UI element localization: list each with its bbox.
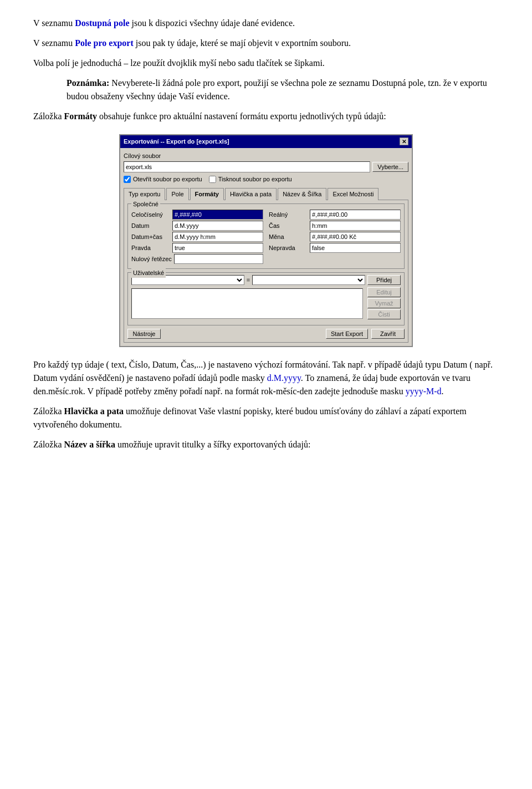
- bottom-buttons: Nástroje Start Export Zavřít: [127, 329, 405, 339]
- checkbox-open: Otevřít soubor po exportu: [124, 175, 202, 184]
- format-col-right: Reálný Čas Měna: [269, 210, 401, 265]
- dialog-title-text: Exportování -- Export do [export.xls]: [124, 137, 229, 146]
- tab-typ-exportu[interactable]: Typ exportu: [124, 188, 165, 201]
- btn-start-export[interactable]: Start Export: [326, 329, 368, 339]
- print-checkbox[interactable]: [209, 176, 216, 183]
- format-row-pravda: Pravda: [131, 243, 263, 253]
- input-cas[interactable]: [310, 221, 401, 231]
- user-row-inputs: = Přidej: [131, 275, 401, 285]
- open-label: Otevřít soubor po exportu: [133, 175, 202, 184]
- tab-formats-intro: Záložka Formáty obsahuje funkce pro aktu…: [33, 110, 499, 123]
- footer-para3: Záložka Název a šířka umožňuje upravit t…: [33, 438, 499, 451]
- group-spolecne-title: Společné: [131, 200, 160, 209]
- input-datumcas[interactable]: [172, 232, 263, 242]
- checkbox-row: Otevřít soubor po exportu Tisknout soubo…: [124, 175, 408, 184]
- input-mena[interactable]: [310, 232, 401, 242]
- file-label: Cílový soubor: [124, 151, 408, 161]
- export-dialog: Exportování -- Export do [export.xls] ✕ …: [119, 134, 413, 347]
- tab-formats-post: obsahuje funkce pro aktuální nastavení f…: [97, 111, 386, 121]
- label-datumcas: Datum+čas: [131, 232, 170, 242]
- input-datum[interactable]: [172, 221, 263, 231]
- btn-edituj: Edituj: [367, 287, 401, 297]
- format-row-datumcas: Datum+čas: [131, 232, 263, 242]
- footer-para2: Záložka Hlavička a pata umožňuje definov…: [33, 405, 499, 431]
- tab-hlavicka[interactable]: Hlavička a pata: [225, 188, 277, 201]
- tab-formaty[interactable]: Formáty: [190, 188, 224, 201]
- group-uzivatelske: Uživatelské = Přidej Edituj Vymaž Čisti: [127, 272, 405, 325]
- format-row-celociselny: Celočíselný: [131, 210, 263, 220]
- tab-nazev[interactable]: Název & Šířka: [278, 188, 326, 201]
- intro-text-1: V seznamu: [33, 18, 75, 28]
- note-text: Poznámka: Nevyberete-li žádná pole pro e…: [66, 77, 499, 103]
- group-uzivatelske-title: Uživatelské: [131, 268, 166, 278]
- footer-section2-pre: Záložka: [33, 406, 64, 416]
- input-nepravda[interactable]: [310, 243, 401, 253]
- label-cas: Čas: [269, 221, 308, 231]
- user-dropdown-right[interactable]: [252, 275, 365, 285]
- dialog-titlebar: Exportování -- Export do [export.xls] ✕: [120, 135, 412, 148]
- footer-section3-pre: Záložka: [33, 440, 64, 449]
- user-list[interactable]: [131, 288, 363, 319]
- tab-formats-pre: Záložka: [33, 111, 64, 121]
- file-row: Vyberte...: [124, 161, 408, 172]
- format-col-left: Celočíselný Datum Datum+čas: [131, 210, 263, 265]
- tab-pole[interactable]: Pole: [166, 188, 188, 201]
- intro-line2: V seznamu Pole pro export jsou pak ty úd…: [33, 37, 499, 50]
- footer-link-2: yyyy-M-d: [406, 386, 442, 396]
- browse-button[interactable]: Vyberte...: [372, 162, 408, 172]
- note-label: Poznámka:: [66, 78, 109, 88]
- label-datum: Datum: [131, 221, 170, 231]
- btn-vymaz: Vymaž: [367, 298, 401, 308]
- label-celociselny: Celočíselný: [131, 210, 170, 220]
- format-row-cas: Čas: [269, 221, 401, 231]
- intro-link-1: Dostupná pole: [75, 18, 129, 28]
- label-mena: Měna: [269, 232, 308, 242]
- equals-sign: =: [247, 276, 250, 285]
- dialog-wrapper: Exportování -- Export do [export.xls] ✕ …: [33, 134, 499, 347]
- user-list-row: Edituj Vymaž Čisti: [131, 287, 401, 319]
- format-row-nulovy: Nulový řetězec: [131, 254, 263, 264]
- footer-section2-bold: Hlavička a pata: [64, 406, 124, 416]
- user-side-buttons: Edituj Vymaž Čisti: [367, 287, 401, 319]
- intro-text-2b: jsou pak ty údaje, které se mají objevit…: [134, 38, 351, 48]
- label-nulovy: Nulový řetězec: [131, 254, 172, 264]
- tab-formats-bold: Formáty: [64, 111, 98, 121]
- open-checkbox[interactable]: [124, 176, 131, 183]
- input-celociselny[interactable]: [172, 210, 263, 220]
- btn-zavrit[interactable]: Zavřít: [371, 329, 405, 339]
- format-row-nepravda: Nepravda: [269, 243, 401, 253]
- format-row-realny: Reálný: [269, 210, 401, 220]
- dialog-body: Cílový soubor Vyberte... Otevřít soubor …: [120, 148, 412, 347]
- intro-text-1b: jsou k dispozici všechny údaje dané evid…: [130, 18, 295, 28]
- input-pravda[interactable]: [172, 243, 263, 253]
- format-grid: Celočíselný Datum Datum+čas: [131, 210, 401, 265]
- bottom-right-buttons: Start Export Zavřít: [326, 329, 405, 339]
- format-row-mena: Měna: [269, 232, 401, 242]
- footer-link-1: d.M.yyyy: [267, 373, 301, 383]
- tab-excel[interactable]: Excel Možnosti: [328, 188, 378, 201]
- close-icon[interactable]: ✕: [400, 138, 408, 145]
- intro-text-2: V seznamu: [33, 38, 75, 48]
- footer-text-2b: .: [442, 386, 444, 396]
- print-label: Tisknout soubor po exportu: [218, 175, 292, 184]
- intro-link-2: Pole pro export: [75, 38, 133, 48]
- btn-pridej[interactable]: Přidej: [367, 275, 401, 285]
- footer-para1: Pro každý typ údaje ( text, Číslo, Datum…: [33, 358, 499, 398]
- file-field-group: Cílový soubor Vyberte...: [124, 151, 408, 173]
- checkbox-print: Tisknout soubor po exportu: [209, 175, 292, 184]
- btn-cisti: Čisti: [367, 309, 401, 319]
- intro-line1: V seznamu Dostupná pole jsou k dispozici…: [33, 17, 499, 30]
- tab-content-formaty: Společné Celočíselný Datum: [124, 200, 408, 343]
- label-pravda: Pravda: [131, 243, 170, 253]
- input-nulovy[interactable]: [174, 254, 263, 264]
- file-input[interactable]: [124, 161, 370, 172]
- format-row-datum: Datum: [131, 221, 263, 231]
- intro-line3: Volba polí je jednoduchá – lze použít dv…: [33, 57, 499, 70]
- tabs-row: Typ exportu Pole Formáty Hlavička a pata…: [124, 187, 408, 201]
- footer-section3-post: umožňuje upravit titulky a šířky exporto…: [115, 440, 310, 449]
- footer-section3-bold: Název a šířka: [64, 440, 115, 449]
- btn-nastroje[interactable]: Nástroje: [127, 329, 161, 339]
- note-content: Nevyberete-li žádná pole pro export, pou…: [66, 78, 487, 101]
- label-realny: Reálný: [269, 210, 308, 220]
- input-realny[interactable]: [310, 210, 401, 220]
